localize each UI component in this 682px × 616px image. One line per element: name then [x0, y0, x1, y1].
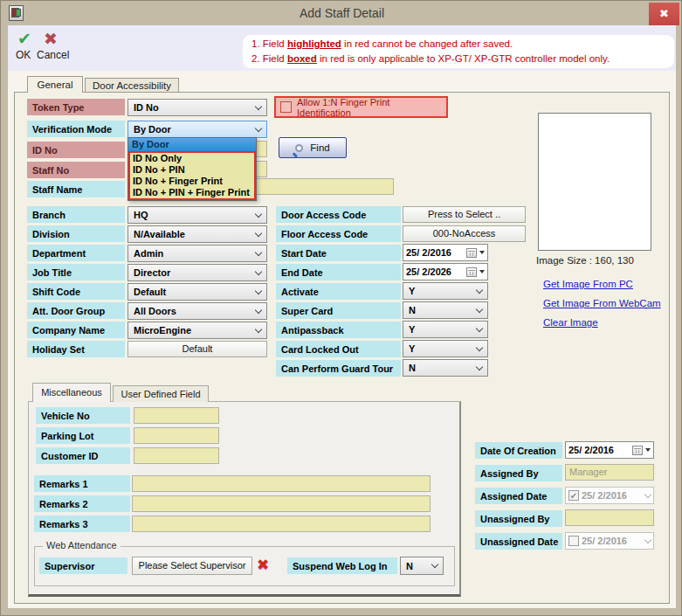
division-combo[interactable]: N/Available: [127, 225, 267, 243]
calendar-icon: [632, 446, 643, 455]
tab-miscellaneous[interactable]: Miscellaneous: [32, 383, 111, 402]
cancel-x-icon: ✖: [44, 29, 58, 49]
start-date-picker[interactable]: 25/ 2/2016: [403, 244, 488, 261]
field-label-staff-name: Staff Name: [27, 181, 125, 197]
field-label-holiday-set: Holiday Set: [27, 341, 125, 357]
suspend-web-login-combo[interactable]: N: [400, 557, 444, 575]
dropdown-option[interactable]: ID No + Finger Print: [130, 176, 254, 187]
close-icon: ✖: [659, 7, 669, 20]
add-staff-detail-dialog: Add Staff Detail ✖ ✔ OK ✖ Cancel 1. Fiel…: [0, 0, 682, 616]
field-label-start-date: Start Date: [276, 245, 401, 261]
chevron-down-icon: [255, 287, 262, 294]
close-button[interactable]: ✖: [649, 3, 679, 25]
department-combo[interactable]: Admin: [127, 245, 267, 262]
unassigned-by-field[interactable]: [565, 509, 654, 526]
field-label-supervisor: Supervisor: [39, 557, 127, 574]
field-label-assigned-by: Assigned By: [475, 465, 562, 481]
dropdown-arrow-icon: [479, 251, 485, 254]
date-of-creation-picker[interactable]: 25/ 2/2016: [565, 441, 654, 459]
activate-combo[interactable]: Y: [403, 282, 488, 300]
tab-user-defined-field[interactable]: User Defined Field: [113, 385, 209, 402]
dropdown-option[interactable]: ID No + PIN: [130, 164, 254, 176]
field-label-suspend-web-login: Suspend Web Log In: [287, 557, 397, 574]
remarks-1-input[interactable]: [132, 475, 431, 492]
field-label-date-of-creation: Date Of Creation: [475, 442, 562, 459]
remarks-2-input[interactable]: [132, 495, 431, 512]
unassigned-date-picker: 25/ 2/2016: [565, 532, 654, 550]
field-label-id-no: ID No: [27, 142, 125, 158]
chevron-down-icon: [476, 363, 483, 370]
calendar-icon: [466, 248, 477, 258]
field-label-guard-tour: Can Perform Guard Tour: [276, 360, 401, 377]
tab-door-accessibility[interactable]: Door Accessibility: [85, 78, 179, 93]
select-supervisor-button[interactable]: Please Select Supervisor: [132, 557, 252, 575]
verification-mode-combo[interactable]: By Door: [127, 121, 267, 138]
field-label-att-door-group: Att. Door Group: [27, 302, 125, 319]
dropdown-option[interactable]: ID No Only: [130, 153, 254, 164]
branch-combo[interactable]: HQ: [127, 206, 267, 224]
web-attendance-legend: Web Attendance: [43, 540, 121, 550]
tab-general[interactable]: General: [27, 76, 83, 93]
field-label-branch: Branch: [27, 206, 125, 223]
field-label-card-locked-out: Card Locked Out: [276, 341, 401, 357]
field-label-verification-mode: Verification Mode: [27, 121, 125, 137]
chevron-down-icon: [255, 229, 262, 236]
ok-check-icon: ✔: [17, 29, 31, 49]
chevron-down-icon: [255, 306, 262, 313]
chevron-down-icon: [476, 324, 483, 331]
card-locked-out-combo[interactable]: Y: [403, 340, 488, 357]
job-title-combo[interactable]: Director: [127, 264, 267, 281]
magnifier-icon: [295, 144, 303, 152]
allow-finger-print-label: Allow 1:N Finger Print Identification: [297, 97, 442, 118]
token-type-combo[interactable]: ID No: [127, 99, 267, 116]
title-bar: Add Staff Detail ✖: [1, 1, 682, 25]
clear-supervisor-icon[interactable]: ✖: [257, 557, 269, 574]
cancel-button[interactable]: Cancel: [37, 49, 69, 61]
chevron-down-icon: [476, 343, 483, 350]
antipassback-combo[interactable]: Y: [403, 321, 488, 338]
guard-tour-combo[interactable]: N: [403, 359, 488, 377]
dropdown-arrow-icon: [479, 270, 485, 273]
calendar-icon: [466, 267, 477, 277]
chevron-down-icon: [644, 536, 651, 543]
field-label-company-name: Company Name: [27, 322, 125, 338]
get-image-from-webcam-link[interactable]: Get Image From WebCam: [543, 298, 661, 308]
chevron-down-icon: [255, 248, 262, 255]
end-date-picker[interactable]: 25/ 2/2026: [403, 263, 488, 280]
chevron-down-icon: [255, 102, 262, 109]
field-label-division: Division: [27, 225, 125, 242]
field-label-remarks-1: Remarks 1: [34, 475, 130, 492]
parking-lot-input[interactable]: [134, 427, 219, 444]
holiday-set-button[interactable]: Default: [127, 341, 267, 357]
find-button[interactable]: Find: [279, 137, 347, 158]
remarks-3-input[interactable]: [132, 516, 431, 532]
vehicle-no-input[interactable]: [134, 407, 219, 424]
shift-code-combo[interactable]: Default: [127, 283, 267, 301]
dialog-title: Add Staff Detail: [1, 6, 682, 20]
field-label-remarks-2: Remarks 2: [34, 495, 130, 512]
field-label-floor-access-code: Floor Access Code: [276, 225, 401, 242]
field-label-activate: Activate: [276, 283, 401, 300]
ok-button[interactable]: OK: [16, 49, 31, 61]
get-image-from-pc-link[interactable]: Get Image From PC: [543, 279, 633, 289]
field-label-parking-lot: Parking Lot: [36, 427, 130, 444]
company-name-combo[interactable]: MicroEngine: [127, 322, 267, 339]
super-card-combo[interactable]: N: [403, 301, 488, 319]
chevron-down-icon: [255, 325, 262, 332]
customer-id-input[interactable]: [134, 447, 219, 464]
field-label-vehicle-no: Vehicle No: [36, 407, 130, 424]
clear-image-link[interactable]: Clear Image: [543, 317, 598, 328]
floor-access-code-button[interactable]: 000-NoAccess: [403, 225, 526, 242]
att-door-group-combo[interactable]: All Doors: [127, 302, 267, 320]
door-access-code-button[interactable]: Press to Select ..: [403, 206, 526, 223]
chevron-down-icon: [255, 210, 262, 217]
allow-finger-print-checkbox[interactable]: [280, 101, 292, 113]
unchecked-checkbox-icon: [568, 536, 579, 546]
field-label-remarks-3: Remarks 3: [34, 516, 130, 532]
chevron-down-icon: [476, 286, 483, 293]
field-label-token-type: Token Type: [27, 99, 125, 115]
note-line-2: 2. Field boxed in red is only applicable…: [251, 52, 665, 66]
dropdown-option[interactable]: ID No + PIN + Finger Print: [130, 187, 254, 198]
dropdown-option-selected[interactable]: By Door: [128, 138, 256, 151]
field-label-unassigned-date: Unassigned Date: [475, 533, 562, 550]
